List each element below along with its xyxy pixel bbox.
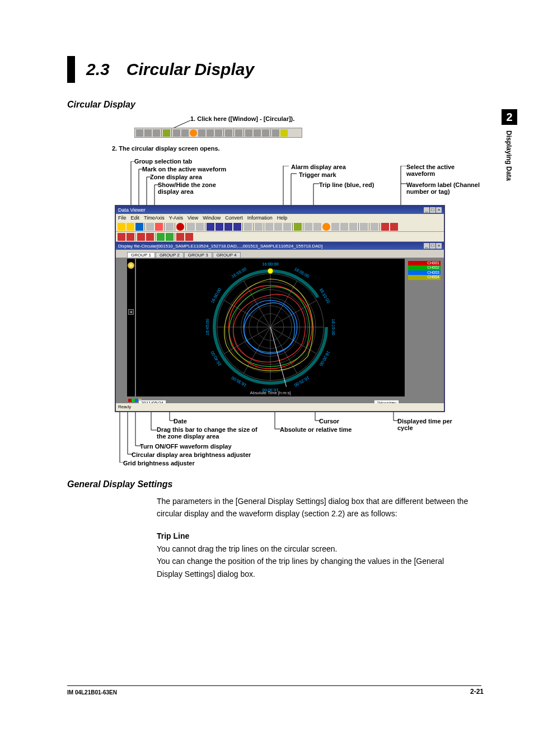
svg-text:16:00:00: 16:00:00: [262, 262, 279, 267]
footer-page: 2-21: [470, 688, 484, 696]
section-number: 2.3: [86, 60, 110, 79]
tab-group3[interactable]: GROUP 3: [184, 252, 212, 258]
xaxis-label: Absolute Time [h:m:s]: [250, 390, 291, 395]
section-title: Circular Display: [127, 60, 254, 79]
chapter-side-tab: 2 Displaying Data: [502, 109, 517, 238]
svg-text:16:10:00: 16:10:00: [318, 287, 331, 304]
tab-group4[interactable]: GROUP 4: [213, 252, 241, 258]
svg-text:16:15:00: 16:15:00: [331, 319, 336, 335]
doc-title-text: Display file-Circular[001510_SAMPLE11052…: [118, 244, 323, 249]
callout-showhide-zone: Show/Hide the zone display area: [158, 181, 236, 195]
menu-view[interactable]: View: [188, 215, 198, 221]
menu-info[interactable]: Information: [247, 215, 273, 221]
svg-point-51: [268, 268, 273, 274]
document-area: Display file-Circular[001510_SAMPLE11052…: [116, 242, 444, 410]
callout-select-active: Select the active waveform: [406, 164, 479, 177]
figure: 1. Click here ([Window] - [Circular]). 2…: [112, 115, 504, 474]
menu-convert[interactable]: Convert: [225, 215, 243, 221]
chapter-number-badge: 2: [502, 109, 517, 125]
legend-ch1[interactable]: CH001: [408, 261, 441, 265]
callout-trip-line: Trip line (blue, red): [319, 181, 374, 188]
menu-help[interactable]: Help: [277, 215, 288, 221]
circular-icon[interactable]: [190, 129, 197, 137]
toolbar-row-2[interactable]: [116, 232, 444, 242]
doc-titlebar: Display file-Circular[001510_SAMPLE11052…: [116, 242, 444, 250]
window-titlebar: Data Viewer _□×: [116, 206, 444, 214]
window-title: Data Viewer: [118, 207, 146, 213]
active-waveform-mark-icon: [128, 262, 134, 269]
status-bar: Ready: [116, 403, 444, 411]
window-controls[interactable]: _□×: [424, 207, 442, 213]
doc-window-controls[interactable]: _□×: [424, 243, 442, 249]
svg-line-52: [270, 327, 287, 387]
menubar[interactable]: File Edit TimeAxis Y-Axis View Window Co…: [116, 214, 444, 222]
tripline-p2: You can change the position of the trip …: [157, 555, 470, 580]
tripline-p1: You cannot drag the trip lines on the ci…: [157, 543, 470, 555]
app-window: Data Viewer _□× File Edit TimeAxis Y-Axi…: [115, 205, 445, 412]
menu-timeaxis[interactable]: TimeAxis: [144, 215, 165, 221]
footer-rule: [67, 685, 481, 686]
toolbar-row-1[interactable]: [116, 222, 444, 232]
subsection-heading: Circular Display: [67, 100, 481, 110]
callout-step1: 1. Click here ([Window] - [Circular]).: [190, 115, 294, 122]
toolbar-mini: [134, 128, 302, 138]
zone-toggle-button[interactable]: ◂: [128, 309, 134, 315]
section-heading: 2.3 Circular Display: [67, 56, 481, 83]
general-paragraph: The parameters in the [General Display S…: [157, 495, 470, 520]
menu-window[interactable]: Window: [203, 215, 221, 221]
tripline-heading: Trip Line: [157, 531, 470, 540]
menu-edit[interactable]: Edit: [131, 215, 140, 221]
heading-bar-icon: [67, 56, 75, 83]
tab-group1[interactable]: GROUP 1: [127, 252, 155, 258]
callout-waveform-label: Waveform label (Channel number or tag): [406, 181, 490, 195]
callout-step2: 2. The circular display screen opens.: [112, 145, 220, 152]
legend-ch4[interactable]: CH004: [408, 275, 441, 279]
menu-file[interactable]: File: [118, 215, 127, 221]
zone-display-area[interactable]: ◂: [127, 259, 135, 396]
waveform-legend[interactable]: CH001 CH002 CH003 CH004: [408, 261, 441, 280]
general-heading: General Display Settings: [67, 479, 481, 489]
circular-display-area[interactable]: 16:00:0016:05:0016:10:0016:15:0016:20:00…: [136, 259, 405, 396]
legend-ch3[interactable]: CH003: [408, 270, 441, 275]
group-tabs[interactable]: GROUP 1 GROUP 2 GROUP 3 GROUP 4: [116, 250, 444, 258]
svg-text:16:45:00: 16:45:00: [205, 319, 210, 335]
tab-group2[interactable]: GROUP 2: [156, 252, 184, 258]
legend-ch2[interactable]: CH002: [408, 265, 441, 270]
menu-yaxis[interactable]: Y-Axis: [169, 215, 183, 221]
footer-doc-id: IM 04L21B01-63EN: [67, 689, 117, 696]
